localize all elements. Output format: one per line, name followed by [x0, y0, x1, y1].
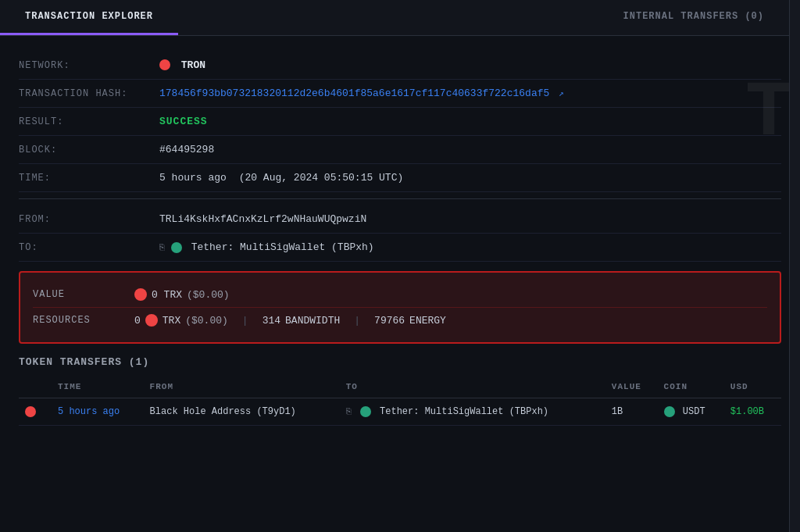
resources-label: RESOURCES — [33, 315, 134, 326]
table-row: 5 hours ago Black Hole Address (T9yD1) ⎘… — [19, 398, 781, 426]
network-name: TRON — [181, 59, 205, 71]
result-success: SUCCESS — [159, 116, 208, 127]
row-time-link[interactable]: 5 hours ago — [58, 406, 120, 417]
resources-trx-icon — [145, 314, 158, 327]
resources-energy-amount: 79766 — [374, 315, 405, 327]
row-usd: $1.00B — [724, 398, 781, 426]
value-row: VALUE 0 TRX ($0.00) — [33, 282, 767, 307]
section-divider — [19, 198, 781, 199]
from-row: FROM: TRLi4KskHxfACnxKzLrf2wNHauWUQpwziN — [19, 205, 781, 234]
tx-hash-label: TRANSACTION HASH: — [19, 88, 159, 99]
external-link-icon: ↗ — [559, 88, 564, 98]
token-transfers-table: TIME FROM TO VALUE COIN USD 5 hours ago — [19, 376, 781, 426]
th-to: TO — [340, 376, 605, 398]
row-coin: USDT — [658, 398, 724, 426]
block-number: #64495298 — [159, 144, 214, 155]
tx-hash-link[interactable]: 178456f93bb073218320112d2e6b4601f85a6e16… — [159, 87, 549, 99]
resources-trx-amount: 0 — [134, 315, 141, 327]
resources-row: RESOURCES 0 TRX ($0.00) | 314 BANDWIDTH … — [33, 307, 767, 333]
th-from: FROM — [144, 376, 340, 398]
token-table-header: TIME FROM TO VALUE COIN USD — [19, 376, 781, 398]
tron-icon — [159, 59, 170, 70]
from-label: FROM: — [19, 214, 159, 225]
row-value: 1B — [605, 398, 658, 426]
time-ago: 5 hours ago — [159, 172, 227, 184]
highlighted-box: VALUE 0 TRX ($0.00) RESOURCES 0 TRX ($0.… — [19, 271, 781, 344]
token-transfers-title: TOKEN TRANSFERS (1) — [19, 356, 781, 368]
separator-2: | — [354, 315, 360, 327]
row-to-value: Tether: MultiSigWallet (TBPxh) — [380, 406, 548, 417]
to-row: TO: ⎘ Tether: MultiSigWallet (TBPxh) — [19, 234, 781, 262]
row-from: Black Hole Address (T9yD1) — [144, 398, 340, 426]
result-label: RESULT: — [19, 116, 159, 127]
tab-internal-transfers[interactable]: INTERNAL TRANSFERS (0) — [598, 0, 789, 35]
resources-trx-label: TRX — [162, 315, 180, 327]
to-label: TO: — [19, 242, 159, 253]
value-label: VALUE — [33, 289, 134, 300]
separator-1: | — [242, 315, 248, 327]
value-amount: 0 TRX — [152, 289, 182, 301]
time-full: (20 Aug, 2024 05:50:15 UTC) — [239, 172, 404, 184]
resources-trx-usd: ($0.00) — [185, 315, 228, 327]
tx-hash-row: TRANSACTION HASH: 178456f93bb07321832011… — [19, 80, 781, 108]
value-content: 0 TRX ($0.00) — [134, 288, 230, 301]
row-tether-icon — [360, 406, 371, 417]
app-wrapper: TRANSACTION EXPLORER INTERNAL TRANSFERS … — [0, 0, 800, 532]
time-row: TIME: 5 hours ago (20 Aug, 2024 05:50:15… — [19, 164, 781, 192]
th-usd: USD — [724, 376, 781, 398]
value-usd: ($0.00) — [187, 289, 230, 301]
th-coin: COIN — [658, 376, 724, 398]
row-time: 5 hours ago — [52, 398, 144, 426]
resources-energy-label: ENERGY — [409, 315, 446, 327]
resources-bandwidth-amount: 314 — [262, 315, 280, 327]
block-value: #64495298 — [159, 144, 781, 155]
to-value: ⎘ Tether: MultiSigWallet (TBPxh) — [159, 241, 781, 253]
tether-icon — [171, 242, 182, 253]
right-panel — [789, 0, 800, 532]
row-copy-icon: ⎘ — [346, 407, 352, 416]
trx-icon — [134, 288, 147, 301]
from-value: TRLi4KskHxfACnxKzLrf2wNHauWUQpwziN — [159, 213, 781, 225]
result-value: SUCCESS — [159, 116, 781, 127]
network-label: NETWORK: — [19, 60, 159, 71]
row-coin-label: USDT — [683, 406, 705, 417]
resources-bandwidth-label: BANDWIDTH — [285, 315, 340, 327]
th-value: VALUE — [605, 376, 658, 398]
th-link — [19, 376, 52, 398]
to-address: Tether: MultiSigWallet (TBPxh) — [191, 241, 374, 253]
block-label: BLOCK: — [19, 145, 159, 155]
row-link-icon — [19, 398, 52, 426]
row-usd-value: $1.00B — [730, 406, 764, 417]
network-value: TRON — [159, 59, 781, 71]
tabs-bar: TRANSACTION EXPLORER INTERNAL TRANSFERS … — [0, 0, 800, 36]
row-to: ⎘ Tether: MultiSigWallet (TBPxh) — [340, 398, 605, 426]
network-row: NETWORK: TRON — [19, 52, 781, 80]
tx-hash-value: 178456f93bb073218320112d2e6b4601f85a6e16… — [159, 87, 781, 99]
main-content: T NETWORK: TRON TRANSACTION HASH: 178456… — [0, 36, 800, 532]
th-time: TIME — [52, 376, 144, 398]
resources-content: 0 TRX ($0.00) | 314 BANDWIDTH | 79766 EN… — [134, 314, 446, 327]
tron-row-icon — [25, 406, 36, 417]
result-row: RESULT: SUCCESS — [19, 108, 781, 136]
time-label: TIME: — [19, 173, 159, 184]
tab-transaction-explorer[interactable]: TRANSACTION EXPLORER — [0, 0, 178, 35]
usdt-icon — [664, 406, 675, 417]
block-row: BLOCK: #64495298 — [19, 136, 781, 164]
time-value: 5 hours ago (20 Aug, 2024 05:50:15 UTC) — [159, 172, 781, 184]
copy-icon: ⎘ — [159, 243, 165, 252]
